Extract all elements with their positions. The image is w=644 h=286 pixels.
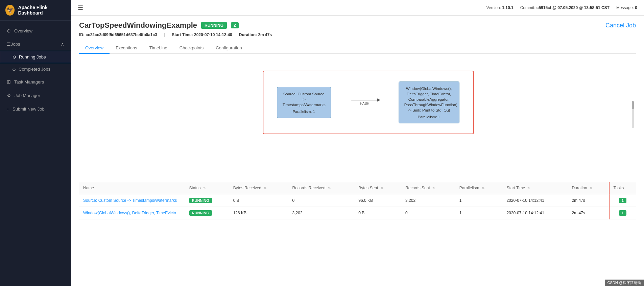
sidebar-item-submit-new-job-label: Submit New Job [13,106,45,112]
overview-icon: ⊙ [7,28,11,33]
flow-node-source-parallelism: Parallelism: 1 [283,110,325,114]
topbar: ☰ Version: 1.10.1 Commit: c5915cf @ 07.0… [71,0,644,16]
cell-tasks-0: 1 [609,194,636,207]
sidebar-item-submit-new-job[interactable]: ↓ Submit New Job [0,102,71,116]
cell-rec-recv-0: 0 [288,194,355,207]
scrollbar-track [632,101,634,128]
watermark: CSDN @程序猿进阶 [605,280,644,286]
submit-job-icon: ↓ [7,106,9,112]
scrollbar-thumb [632,101,634,109]
sidebar: 🦅 Apache Flink Dashboard ⊙ Overview ☰ Jo… [0,0,71,286]
sidebar-item-running-jobs-label: Running Jobs [19,54,46,59]
col-bytes-received: Bytes Received ⇅ [229,182,288,194]
cell-parallelism-1: 1 [455,207,503,219]
sort-duration-icon: ⇅ [590,186,592,190]
task-badge-0: 1 [619,198,626,203]
tab-overview[interactable]: Overview [79,43,110,54]
col-tasks: Tasks [609,182,636,194]
menu-toggle-button[interactable]: ☰ [78,4,83,11]
status-badge-1: RUNNING [189,210,212,216]
sidebar-item-task-managers-label: Task Managers [14,79,44,85]
job-header: CarTopSpeedWindowingExample RUNNING 2 Ca… [79,21,636,30]
tab-checkpoints[interactable]: Checkpoints [173,43,210,54]
cell-rec-recv-1: 3,202 [288,207,355,219]
flow-node-window-parallelism: Parallelism: 1 [404,115,454,119]
cell-tasks-1: 1 [609,207,636,219]
col-status: Status ⇅ [185,182,229,194]
cell-rec-sent-0: 3,202 [401,194,455,207]
cell-rec-sent-1: 0 [401,207,455,219]
sidebar-item-overview[interactable]: ⊙ Overview [0,24,71,38]
col-duration: Duration ⇅ [568,182,609,194]
flow-node-window[interactable]: Window(GlobalWindows(), DeltaTrigger, Ti… [399,81,459,123]
flink-logo-icon: 🦅 [5,5,15,16]
running-jobs-icon: ⊙ [13,54,16,59]
job-status-badge: RUNNING [201,22,227,29]
job-start-time-value: 2020-07-10 14:12:40 [194,32,232,37]
cell-bytes-sent-0: 96.0 KB [354,194,401,207]
content-area: CarTopSpeedWindowingExample RUNNING 2 Ca… [71,16,644,286]
cell-duration-1: 2m 47s [568,207,609,219]
cell-name-0[interactable]: Source: Custom Source -> Timestamps/Wate… [79,194,185,207]
cell-bytes-recv-0: 0 B [229,194,288,207]
job-count-badge: 2 [231,22,239,28]
job-title: CarTopSpeedWindowingExample [79,21,197,30]
table-row: Window(GlobalWindows(), DeltaTrigger, Ti… [79,207,636,219]
cancel-job-button[interactable]: Cancel Job [605,22,636,29]
main-content: ☰ Version: 1.10.1 Commit: c5915cf @ 07.0… [71,0,644,286]
flow-node-source[interactable]: Source: Custom Source -> Timestamps/Wate… [277,87,331,118]
tab-configuration[interactable]: Configuration [210,43,248,54]
cell-status-1: RUNNING [185,207,229,219]
sort-rec-recv-icon: ⇅ [328,186,331,190]
tab-exceptions[interactable]: Exceptions [110,43,143,54]
cell-bytes-sent-1: 0 B [354,207,401,219]
flow-arrow: ▶ HASH [351,100,378,105]
sidebar-item-job-manager-label: Job Manager [15,93,40,98]
sidebar-item-completed-jobs[interactable]: ⊙ Completed Jobs [0,63,71,75]
sort-start-time-icon: ⇅ [527,186,530,190]
cell-parallelism-0: 1 [455,194,503,207]
commit-value: c5915cf @ 07.05.2020 @ 13:58:51 CST [536,5,610,10]
cell-bytes-recv-1: 126 KB [229,207,288,219]
sidebar-item-jobs[interactable]: ☰ Jobs ∧ [0,38,71,51]
sort-bytes-sent-icon: ⇅ [381,186,383,190]
jobs-icon: ☰ [7,42,11,47]
flow-container: Source: Custom Source -> Timestamps/Wate… [263,71,474,134]
sidebar-item-job-manager[interactable]: ⚙ Job Manager [0,89,71,102]
tab-timeline[interactable]: TimeLine [143,43,173,54]
topbar-right: Version: 1.10.1 Commit: c5915cf @ 07.05.… [486,5,637,10]
sort-status-icon: ⇅ [203,186,206,190]
message-value: 0 [635,5,637,10]
status-badge-0: RUNNING [189,198,212,203]
flow-arrow-label: HASH [360,102,369,105]
message-label: Message: 0 [616,5,637,10]
sort-parallelism-icon: ⇅ [482,186,484,190]
sort-bytes-recv-icon: ⇅ [264,186,266,190]
sidebar-item-completed-jobs-label: Completed Jobs [19,67,50,72]
job-duration-label: Duration: 2m 47s [239,32,272,37]
cell-start-time-0: 2020-07-10 14:12:41 [502,194,568,207]
cell-status-0: RUNNING [185,194,229,207]
table-area: Name Status ⇅ Bytes Received ⇅ Records R… [79,182,636,219]
version-label: Version: 1.10.1 [486,5,514,10]
sidebar-item-task-managers[interactable]: ⊞ Task Managers [0,75,71,89]
task-managers-icon: ⊞ [7,79,11,85]
completed-jobs-icon: ⊙ [12,67,16,72]
table-header-row: Name Status ⇅ Bytes Received ⇅ Records R… [79,182,636,194]
sidebar-item-jobs-label: Jobs [11,42,20,47]
table-row: Source: Custom Source -> Timestamps/Wate… [79,194,636,207]
topbar-left: ☰ [78,4,83,11]
job-duration-value: 2m 47s [258,32,272,37]
job-id-value: cc22cc3d09f5d65651d637be6fb0a1c3 [86,32,157,37]
version-value: 1.10.1 [502,5,513,10]
tabs-container: Overview Exceptions TimeLine Checkpoints… [79,43,636,54]
col-name: Name [79,182,185,194]
job-id-label: ID: cc22cc3d09f5d65651d637be6fb0a1c3 [79,32,157,37]
sidebar-item-overview-label: Overview [14,28,32,33]
col-bytes-sent: Bytes Sent ⇅ [354,182,401,194]
graph-area: Source: Custom Source -> Timestamps/Wate… [79,54,636,182]
sidebar-item-running-jobs[interactable]: ⊙ Running Jobs [0,51,71,63]
job-manager-icon: ⚙ [7,93,11,98]
cell-name-1[interactable]: Window(GlobalWindows(), DeltaTrigger, Ti… [79,207,185,219]
sidebar-logo: 🦅 Apache Flink Dashboard [0,0,71,21]
